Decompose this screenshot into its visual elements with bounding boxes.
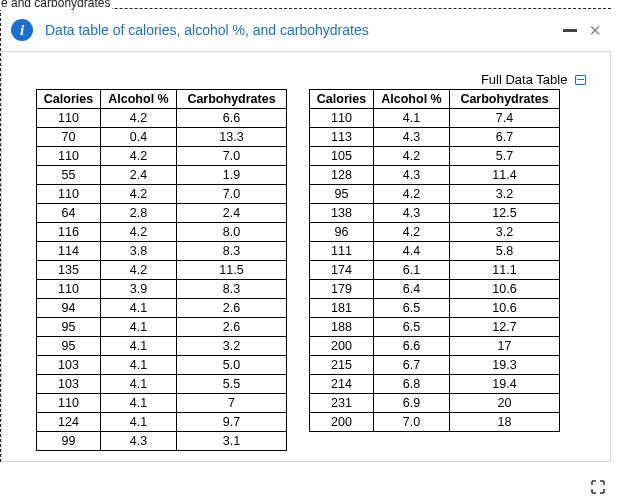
table-row: 1054.25.7 [310, 147, 560, 166]
cell: 11.5 [177, 261, 287, 280]
table-row: 1384.312.5 [310, 204, 560, 223]
cell: 11.1 [450, 261, 560, 280]
table-row: 1816.510.6 [310, 299, 560, 318]
cell: 6.7 [450, 128, 560, 147]
cell: 6.7 [374, 356, 450, 375]
table-row: 2316.920 [310, 394, 560, 413]
minimize-button[interactable] [563, 29, 577, 32]
col-calories: Calories [37, 90, 101, 109]
cell: 8.3 [177, 280, 287, 299]
dialog-content: Full Data Table Calories Alcohol % Carbo… [1, 52, 611, 462]
table-row: 1354.211.5 [37, 261, 287, 280]
col-calories: Calories [310, 90, 374, 109]
cell: 110 [37, 109, 101, 128]
cell: 214 [310, 375, 374, 394]
cell: 6.6 [374, 337, 450, 356]
cell: 116 [37, 223, 101, 242]
cell: 5.8 [450, 242, 560, 261]
cell: 124 [37, 413, 101, 432]
cell: 188 [310, 318, 374, 337]
table-row: 1103.98.3 [37, 280, 287, 299]
table-row: 1796.410.6 [310, 280, 560, 299]
full-data-table-link[interactable]: Full Data Table [481, 72, 586, 87]
table-row: 2156.719.3 [310, 356, 560, 375]
cell: 5.5 [177, 375, 287, 394]
cell: 7.0 [374, 413, 450, 432]
cell: 4.2 [374, 185, 450, 204]
cell: 17 [450, 337, 560, 356]
cell: 113 [310, 128, 374, 147]
cell: 7.0 [177, 147, 287, 166]
cell: 95 [37, 337, 101, 356]
cell: 200 [310, 337, 374, 356]
table-row: 954.13.2 [37, 337, 287, 356]
cell: 9.7 [177, 413, 287, 432]
cell: 19.4 [450, 375, 560, 394]
table-row: 964.23.2 [310, 223, 560, 242]
cell: 128 [310, 166, 374, 185]
col-alcohol: Alcohol % [101, 90, 177, 109]
cell: 103 [37, 356, 101, 375]
cell: 138 [310, 204, 374, 223]
cell: 114 [37, 242, 101, 261]
cell: 4.2 [101, 109, 177, 128]
table-header-row: Calories Alcohol % Carbohydrates [37, 90, 287, 109]
full-data-table-label: Full Data Table [481, 72, 567, 87]
cell: 4.2 [101, 185, 177, 204]
expand-icon[interactable] [591, 480, 605, 494]
cell: 18 [450, 413, 560, 432]
cell: 6.1 [374, 261, 450, 280]
cell: 3.2 [450, 185, 560, 204]
table-row: 1244.19.7 [37, 413, 287, 432]
cell: 4.1 [101, 356, 177, 375]
table-row: 994.33.1 [37, 432, 287, 451]
cell: 135 [37, 261, 101, 280]
cell: 99 [37, 432, 101, 451]
cell: 4.1 [101, 394, 177, 413]
table-row: 1746.111.1 [310, 261, 560, 280]
cell: 6.4 [374, 280, 450, 299]
table-row: 1034.15.5 [37, 375, 287, 394]
dialog-header: i Data table of calories, alcohol %, and… [1, 9, 611, 52]
table-row: 1104.17 [37, 394, 287, 413]
cell: 94 [37, 299, 101, 318]
table-row: 1134.36.7 [310, 128, 560, 147]
col-carbs: Carbohydrates [450, 90, 560, 109]
cell: 103 [37, 375, 101, 394]
cell: 174 [310, 261, 374, 280]
cell: 6.6 [177, 109, 287, 128]
table-row: 552.41.9 [37, 166, 287, 185]
cell: 12.5 [450, 204, 560, 223]
close-button[interactable]: × [589, 20, 601, 40]
dialog-frame: e and carbohydrates i Data table of calo… [0, 8, 611, 462]
cell: 4.3 [374, 166, 450, 185]
cell: 55 [37, 166, 101, 185]
table-row: 2007.018 [310, 413, 560, 432]
cell: 4.2 [101, 223, 177, 242]
table-row: 1104.17.4 [310, 109, 560, 128]
cell: 110 [37, 185, 101, 204]
cell: 1.9 [177, 166, 287, 185]
cell: 3.9 [101, 280, 177, 299]
tab-label: e and carbohydrates [0, 0, 112, 10]
table-row: 1164.28.0 [37, 223, 287, 242]
cell: 11.4 [450, 166, 560, 185]
cell: 4.2 [101, 261, 177, 280]
cell: 4.2 [374, 223, 450, 242]
cell: 4.2 [101, 147, 177, 166]
cell: 4.1 [101, 337, 177, 356]
cell: 64 [37, 204, 101, 223]
dialog-title: Data table of calories, alcohol %, and c… [45, 22, 563, 38]
cell: 95 [310, 185, 374, 204]
col-alcohol: Alcohol % [374, 90, 450, 109]
cell: 0.4 [101, 128, 177, 147]
cell: 215 [310, 356, 374, 375]
table-row: 1886.512.7 [310, 318, 560, 337]
table-row: 1104.26.6 [37, 109, 287, 128]
cell: 7.0 [177, 185, 287, 204]
cell: 3.2 [450, 223, 560, 242]
cell: 8.0 [177, 223, 287, 242]
cell: 10.6 [450, 280, 560, 299]
cell: 6.8 [374, 375, 450, 394]
cell: 6.9 [374, 394, 450, 413]
